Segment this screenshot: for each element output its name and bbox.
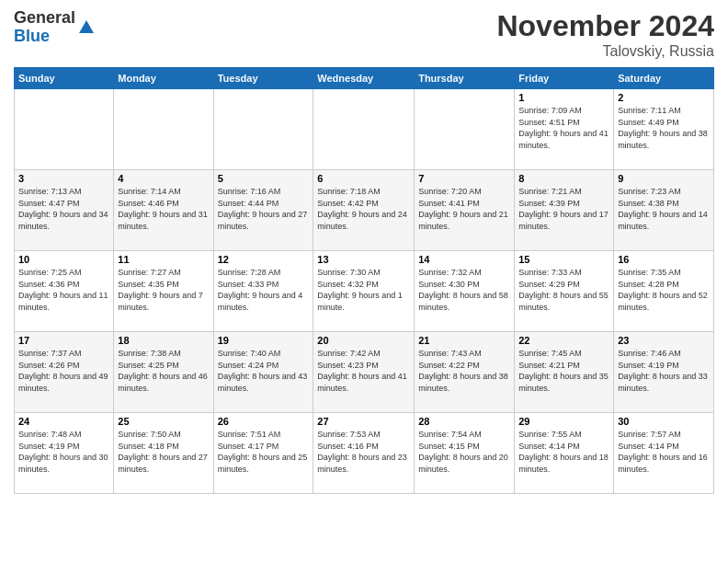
table-row: 5Sunrise: 7:16 AMSunset: 4:44 PMDaylight… — [213, 170, 313, 251]
day-number: 8 — [518, 173, 609, 184]
col-thursday: Thursday — [415, 68, 515, 89]
col-friday: Friday — [515, 68, 614, 89]
calendar-week-row: 10Sunrise: 7:25 AMSunset: 4:36 PMDayligh… — [15, 251, 714, 332]
day-info: Sunrise: 7:25 AMSunset: 4:36 PMDaylight:… — [18, 267, 109, 313]
day-number: 5 — [218, 173, 310, 184]
day-number: 20 — [317, 335, 410, 346]
table-row: 13Sunrise: 7:30 AMSunset: 4:32 PMDayligh… — [313, 251, 415, 332]
day-number: 23 — [618, 335, 710, 346]
logo-icon — [77, 18, 96, 37]
day-info: Sunrise: 7:42 AMSunset: 4:23 PMDaylight:… — [317, 348, 410, 394]
day-number: 28 — [418, 416, 510, 427]
calendar-week-row: 3Sunrise: 7:13 AMSunset: 4:47 PMDaylight… — [15, 170, 714, 251]
day-number: 17 — [18, 335, 109, 346]
day-number: 30 — [618, 416, 710, 427]
day-info: Sunrise: 7:09 AMSunset: 4:51 PMDaylight:… — [518, 105, 609, 151]
table-row — [213, 89, 313, 170]
day-info: Sunrise: 7:50 AMSunset: 4:18 PMDaylight:… — [118, 429, 209, 475]
day-number: 16 — [618, 254, 710, 265]
day-info: Sunrise: 7:38 AMSunset: 4:25 PMDaylight:… — [118, 348, 209, 394]
logo: General Blue — [14, 9, 96, 46]
table-row: 2Sunrise: 7:11 AMSunset: 4:49 PMDaylight… — [614, 89, 714, 170]
day-info: Sunrise: 7:54 AMSunset: 4:15 PMDaylight:… — [418, 429, 510, 475]
table-row: 20Sunrise: 7:42 AMSunset: 4:23 PMDayligh… — [313, 332, 415, 413]
table-row: 25Sunrise: 7:50 AMSunset: 4:18 PMDayligh… — [114, 413, 213, 494]
day-number: 15 — [518, 254, 609, 265]
day-number: 3 — [18, 173, 109, 184]
table-row: 28Sunrise: 7:54 AMSunset: 4:15 PMDayligh… — [415, 413, 515, 494]
table-row: 30Sunrise: 7:57 AMSunset: 4:14 PMDayligh… — [614, 413, 714, 494]
day-info: Sunrise: 7:43 AMSunset: 4:22 PMDaylight:… — [418, 348, 510, 394]
table-row — [313, 89, 415, 170]
day-info: Sunrise: 7:30 AMSunset: 4:32 PMDaylight:… — [317, 267, 410, 313]
day-number: 29 — [518, 416, 609, 427]
day-info: Sunrise: 7:55 AMSunset: 4:14 PMDaylight:… — [518, 429, 609, 475]
day-info: Sunrise: 7:14 AMSunset: 4:46 PMDaylight:… — [118, 186, 209, 232]
day-number: 18 — [118, 335, 209, 346]
col-sunday: Sunday — [15, 68, 114, 89]
day-info: Sunrise: 7:11 AMSunset: 4:49 PMDaylight:… — [618, 105, 710, 151]
table-row: 8Sunrise: 7:21 AMSunset: 4:39 PMDaylight… — [515, 170, 614, 251]
table-row — [15, 89, 114, 170]
day-info: Sunrise: 7:28 AMSunset: 4:33 PMDaylight:… — [218, 267, 310, 313]
table-row: 29Sunrise: 7:55 AMSunset: 4:14 PMDayligh… — [515, 413, 614, 494]
table-row: 10Sunrise: 7:25 AMSunset: 4:36 PMDayligh… — [15, 251, 114, 332]
day-info: Sunrise: 7:35 AMSunset: 4:28 PMDaylight:… — [618, 267, 710, 313]
header: General Blue November 2024 Talovskiy, Ru… — [14, 9, 714, 60]
table-row: 18Sunrise: 7:38 AMSunset: 4:25 PMDayligh… — [114, 332, 213, 413]
day-info: Sunrise: 7:57 AMSunset: 4:14 PMDaylight:… — [618, 429, 710, 475]
table-row: 22Sunrise: 7:45 AMSunset: 4:21 PMDayligh… — [515, 332, 614, 413]
day-info: Sunrise: 7:13 AMSunset: 4:47 PMDaylight:… — [18, 186, 109, 232]
table-row — [415, 89, 515, 170]
svg-marker-0 — [79, 20, 94, 33]
day-number: 10 — [18, 254, 109, 265]
day-info: Sunrise: 7:32 AMSunset: 4:30 PMDaylight:… — [418, 267, 510, 313]
table-row: 26Sunrise: 7:51 AMSunset: 4:17 PMDayligh… — [213, 413, 313, 494]
logo-text: General Blue — [14, 9, 75, 46]
table-row: 19Sunrise: 7:40 AMSunset: 4:24 PMDayligh… — [213, 332, 313, 413]
day-number: 25 — [118, 416, 209, 427]
day-number: 1 — [518, 92, 609, 103]
title-area: November 2024 Talovskiy, Russia — [496, 9, 714, 60]
table-row: 7Sunrise: 7:20 AMSunset: 4:41 PMDaylight… — [415, 170, 515, 251]
day-info: Sunrise: 7:51 AMSunset: 4:17 PMDaylight:… — [218, 429, 310, 475]
day-number: 13 — [317, 254, 410, 265]
day-number: 19 — [218, 335, 310, 346]
logo-line1: General — [14, 9, 75, 28]
day-info: Sunrise: 7:48 AMSunset: 4:19 PMDaylight:… — [18, 429, 109, 475]
table-row: 12Sunrise: 7:28 AMSunset: 4:33 PMDayligh… — [213, 251, 313, 332]
col-monday: Monday — [114, 68, 213, 89]
day-number: 4 — [118, 173, 209, 184]
calendar-week-row: 1Sunrise: 7:09 AMSunset: 4:51 PMDaylight… — [15, 89, 714, 170]
calendar-header-row: Sunday Monday Tuesday Wednesday Thursday… — [15, 68, 714, 89]
table-row: 15Sunrise: 7:33 AMSunset: 4:29 PMDayligh… — [515, 251, 614, 332]
day-number: 7 — [418, 173, 510, 184]
day-info: Sunrise: 7:16 AMSunset: 4:44 PMDaylight:… — [218, 186, 310, 232]
table-row: 16Sunrise: 7:35 AMSunset: 4:28 PMDayligh… — [614, 251, 714, 332]
day-number: 9 — [618, 173, 710, 184]
day-info: Sunrise: 7:23 AMSunset: 4:38 PMDaylight:… — [618, 186, 710, 232]
day-number: 14 — [418, 254, 510, 265]
day-info: Sunrise: 7:46 AMSunset: 4:19 PMDaylight:… — [618, 348, 710, 394]
table-row — [114, 89, 213, 170]
day-info: Sunrise: 7:40 AMSunset: 4:24 PMDaylight:… — [218, 348, 310, 394]
table-row: 14Sunrise: 7:32 AMSunset: 4:30 PMDayligh… — [415, 251, 515, 332]
table-row: 21Sunrise: 7:43 AMSunset: 4:22 PMDayligh… — [415, 332, 515, 413]
calendar-week-row: 17Sunrise: 7:37 AMSunset: 4:26 PMDayligh… — [15, 332, 714, 413]
day-info: Sunrise: 7:18 AMSunset: 4:42 PMDaylight:… — [317, 186, 410, 232]
day-number: 22 — [518, 335, 609, 346]
table-row: 27Sunrise: 7:53 AMSunset: 4:16 PMDayligh… — [313, 413, 415, 494]
col-wednesday: Wednesday — [313, 68, 415, 89]
table-row: 6Sunrise: 7:18 AMSunset: 4:42 PMDaylight… — [313, 170, 415, 251]
day-info: Sunrise: 7:20 AMSunset: 4:41 PMDaylight:… — [418, 186, 510, 232]
day-info: Sunrise: 7:33 AMSunset: 4:29 PMDaylight:… — [518, 267, 609, 313]
day-number: 24 — [18, 416, 109, 427]
subtitle: Talovskiy, Russia — [496, 43, 714, 60]
table-row: 17Sunrise: 7:37 AMSunset: 4:26 PMDayligh… — [15, 332, 114, 413]
day-number: 12 — [218, 254, 310, 265]
calendar-table: Sunday Monday Tuesday Wednesday Thursday… — [14, 67, 714, 494]
month-title: November 2024 — [496, 9, 714, 43]
table-row: 9Sunrise: 7:23 AMSunset: 4:38 PMDaylight… — [614, 170, 714, 251]
day-number: 27 — [317, 416, 410, 427]
table-row: 3Sunrise: 7:13 AMSunset: 4:47 PMDaylight… — [15, 170, 114, 251]
